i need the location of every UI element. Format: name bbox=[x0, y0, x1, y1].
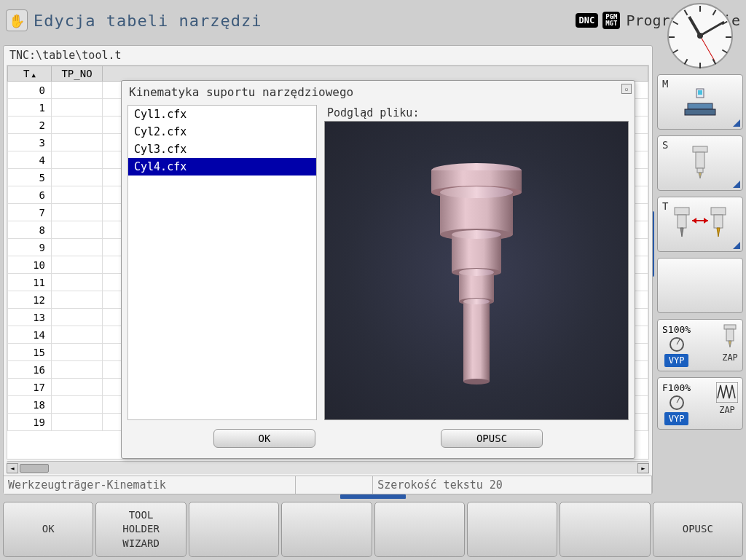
spindle-override-block[interactable]: S100% VYP ZAP bbox=[657, 319, 743, 371]
svg-marker-15 bbox=[692, 218, 696, 224]
svg-rect-11 bbox=[711, 208, 726, 215]
side-button-s[interactable]: S bbox=[657, 135, 743, 191]
softkey-6[interactable] bbox=[467, 502, 557, 557]
softkey-bar: OK TOOLHOLDERWIZARD OPUSC bbox=[3, 502, 743, 557]
svg-rect-27 bbox=[452, 234, 501, 272]
dialog-title: Kinematyka suportu narzędziowego ▫ bbox=[122, 81, 635, 102]
svg-rect-4 bbox=[693, 146, 707, 152]
svg-point-31 bbox=[459, 269, 494, 276]
softkey-7[interactable] bbox=[560, 502, 650, 557]
svg-rect-17 bbox=[724, 325, 736, 329]
svg-rect-8 bbox=[675, 208, 689, 215]
dial-icon bbox=[670, 395, 684, 410]
sort-asc-icon: ▲ bbox=[32, 71, 36, 79]
spindle-small-icon bbox=[722, 324, 738, 350]
svg-rect-2 bbox=[688, 103, 712, 109]
scroll-left-icon[interactable]: ◄ bbox=[7, 463, 18, 473]
pgm-mgt-badge[interactable]: PGMMGT bbox=[602, 12, 620, 29]
status-left: Werkzeugträger-Kinematik bbox=[4, 476, 296, 494]
right-sidebar: M S T bbox=[657, 3, 743, 430]
side-button-t[interactable]: T bbox=[657, 197, 743, 252]
svg-rect-24 bbox=[440, 192, 513, 234]
svg-rect-5 bbox=[696, 152, 704, 168]
dialog-menu-icon[interactable]: ▫ bbox=[621, 84, 632, 94]
softkey-1-ok[interactable]: OK bbox=[3, 502, 93, 557]
file-list-item[interactable]: Cyl3.cfx bbox=[128, 141, 316, 158]
softkey-2-tool-holder-wizard[interactable]: TOOLHOLDERWIZARD bbox=[95, 502, 186, 557]
page-title: Edycja tabeli narzędzi bbox=[34, 12, 262, 30]
preview-label: Podgląd pliku: bbox=[324, 105, 629, 121]
status-bar: Werkzeugträger-Kinematik Szerokość tekst… bbox=[4, 476, 652, 494]
file-list-item[interactable]: Cyl1.cfx bbox=[128, 106, 316, 123]
scroll-thumb[interactable] bbox=[20, 464, 49, 473]
side-button-empty[interactable] bbox=[657, 258, 743, 313]
file-path: TNC:\table\tool.t bbox=[4, 46, 652, 63]
file-list-item[interactable]: Cyl4.cfx bbox=[128, 158, 316, 176]
svg-rect-30 bbox=[459, 272, 494, 301]
svg-marker-13 bbox=[717, 228, 720, 237]
svg-marker-10 bbox=[680, 228, 683, 237]
side-button-m[interactable]: M bbox=[657, 74, 743, 130]
svg-point-25 bbox=[440, 186, 513, 198]
hand-icon[interactable]: ✋ bbox=[6, 9, 28, 31]
softkey-8-opusc[interactable]: OPUSC bbox=[653, 502, 743, 557]
svg-rect-3 bbox=[685, 109, 715, 115]
softkey-3[interactable] bbox=[189, 502, 279, 557]
svg-marker-19 bbox=[729, 341, 731, 347]
scroll-right-icon[interactable]: ► bbox=[637, 463, 649, 473]
machine-icon bbox=[682, 86, 718, 118]
tool-exchange-icon bbox=[667, 205, 733, 244]
status-right: Szerokość tekstu 20 bbox=[373, 476, 652, 494]
clock-icon bbox=[667, 3, 733, 68]
svg-rect-12 bbox=[714, 215, 723, 228]
svg-marker-7 bbox=[699, 173, 702, 178]
horizontal-scrollbar[interactable]: ◄ ► bbox=[7, 461, 649, 474]
preview-3d-canvas[interactable] bbox=[324, 121, 629, 420]
dialog-ok-button[interactable]: OK bbox=[213, 429, 315, 448]
svg-point-28 bbox=[452, 230, 501, 239]
dialog-cancel-button[interactable]: OPUSC bbox=[441, 429, 543, 448]
col-header-t[interactable]: T▲ bbox=[8, 66, 52, 82]
svg-rect-18 bbox=[726, 329, 734, 341]
svg-marker-16 bbox=[704, 218, 708, 224]
spindle-icon bbox=[690, 145, 710, 181]
svg-point-34 bbox=[463, 299, 490, 304]
progress-indicator bbox=[340, 494, 406, 499]
dial-icon bbox=[670, 337, 684, 352]
feed-override-block[interactable]: F100% VYP ZAP bbox=[657, 377, 743, 430]
svg-rect-1 bbox=[698, 90, 702, 95]
softkey-4[interactable] bbox=[281, 502, 372, 557]
file-list-item[interactable]: Cyl2.cfx bbox=[128, 123, 316, 141]
svg-rect-6 bbox=[697, 168, 703, 173]
kinematics-dialog: Kinematyka suportu narzędziowego ▫ Cyl1.… bbox=[121, 80, 635, 459]
softkey-5[interactable] bbox=[374, 502, 465, 557]
file-list[interactable]: Cyl1.cfxCyl2.cfxCyl3.cfxCyl4.cfx bbox=[127, 105, 317, 420]
waveform-icon bbox=[716, 382, 738, 403]
tool-holder-3d-icon bbox=[396, 147, 557, 395]
svg-point-35 bbox=[463, 379, 490, 384]
svg-rect-33 bbox=[463, 301, 490, 382]
dnc-badge: DNC bbox=[576, 13, 599, 28]
status-mid bbox=[296, 476, 374, 494]
col-header-tpno[interactable]: TP_NO bbox=[52, 66, 103, 82]
header-bar: ✋ Edycja tabeli narzędzi DNC PGMMGT Prog… bbox=[0, 0, 746, 41]
svg-rect-9 bbox=[678, 215, 686, 228]
